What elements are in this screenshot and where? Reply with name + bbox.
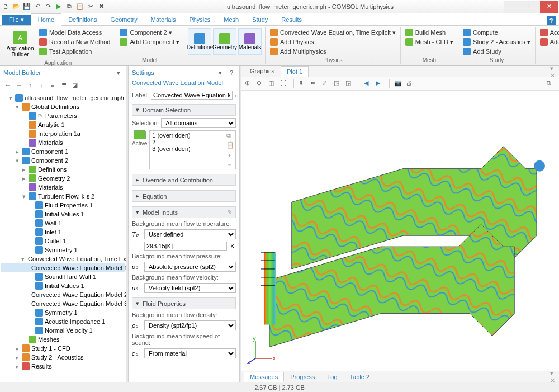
tab-graphics[interactable]: Graphics	[244, 65, 281, 77]
view-xy-icon[interactable]: ⬍	[299, 79, 307, 88]
close-button[interactable]: ✕	[540, 1, 558, 13]
add-multiphysics-button[interactable]: Add Multiphysics	[269, 47, 397, 56]
study2-button[interactable]: Study 2 - Acoustics ▾	[462, 37, 532, 46]
tab-physics[interactable]: Physics	[182, 14, 217, 25]
view-tool-icon[interactable]: ◲	[345, 79, 354, 88]
new-icon[interactable]: 🗋	[1, 2, 10, 11]
tree-node[interactable]: Initial Values 1	[1, 210, 125, 219]
view-default-icon[interactable]: ◳	[334, 79, 343, 88]
cwe-physics-button[interactable]: Convected Wave Equation, Time Explicit ▾	[269, 28, 397, 37]
selection-item[interactable]: 1 (overridden)	[152, 132, 233, 139]
tab-definitions[interactable]: Definitions	[61, 14, 103, 25]
tree-node[interactable]: Inlet 1	[1, 228, 125, 237]
cut-icon[interactable]: ✂	[86, 2, 95, 11]
zoom-extents-icon[interactable]: ⛶	[280, 79, 289, 88]
sel-copy-icon[interactable]: ⧉	[226, 132, 234, 140]
add-component-button[interactable]: Add Component ▾	[119, 37, 181, 46]
selection-list[interactable]: 1 (overridden) 2 3 (overridden) ⧉ 📋 ＋ －	[149, 130, 236, 169]
add-plotgroup-button[interactable]: Add Plot Group ▾	[539, 37, 559, 46]
tree-node[interactable]: ▸Results	[1, 362, 125, 371]
definitions-button[interactable]: Definitions	[188, 28, 211, 55]
label-input[interactable]	[151, 91, 233, 100]
copy-icon[interactable]: ⧉	[65, 2, 74, 11]
tree-node[interactable]: Convected Wave Equation Model 1	[1, 263, 125, 272]
label-action-icon[interactable]: ⌕	[235, 91, 239, 100]
down-icon[interactable]: ↓	[37, 81, 46, 89]
tab-geometry[interactable]: Geometry	[103, 14, 144, 25]
prev-icon[interactable]: ←	[3, 81, 12, 89]
model-tree[interactable]: ▾ultrasound_flow_meter_generic.mph▾Globa…	[0, 91, 126, 382]
delete-icon[interactable]: ✖	[97, 2, 106, 11]
sel-remove-icon[interactable]: －	[226, 160, 234, 168]
zoom-box-icon[interactable]: ◫	[268, 79, 277, 88]
tree-node[interactable]: Normal Velocity 1	[1, 326, 125, 335]
build-mesh-button[interactable]: Build Mesh	[404, 28, 454, 37]
T0-mode-select[interactable]: User defined	[144, 229, 236, 239]
collapse-icon[interactable]: ≣	[59, 81, 68, 89]
tab-materials[interactable]: Materials	[144, 14, 183, 25]
more-icon[interactable]: ⋯	[107, 2, 116, 11]
tree-node[interactable]: ▾Turbulent Flow, k-ε 2	[1, 192, 125, 201]
pin-icon[interactable]: ▾	[216, 68, 225, 77]
panel-menu-icon[interactable]: ▾	[114, 68, 123, 77]
tree-node[interactable]: Materials	[1, 138, 125, 147]
tree-node[interactable]: Analytic 1	[1, 120, 125, 129]
open-icon[interactable]: 📂	[12, 2, 21, 11]
u0-select[interactable]: Velocity field (spf2)	[144, 283, 236, 293]
tree-node[interactable]: PiParameters	[1, 111, 125, 120]
edit-icon[interactable]: ✎	[227, 209, 232, 216]
up-icon[interactable]: ↑	[26, 81, 35, 89]
tab-messages[interactable]: Messages	[244, 372, 284, 382]
maximize-button[interactable]: ☐	[522, 1, 540, 13]
tree-node[interactable]: Convected Wave Equation Model 3	[1, 299, 125, 308]
print-icon[interactable]: 🖨	[406, 79, 415, 88]
zoom-in-icon[interactable]: ⊕	[245, 79, 254, 88]
tree-node[interactable]: ▸Geometry 2	[1, 174, 125, 183]
c0-select[interactable]: From material	[144, 348, 236, 358]
tab-table2[interactable]: Table 2	[344, 372, 376, 382]
show-icon[interactable]: ◪	[70, 81, 79, 89]
model-inputs-header[interactable]: ▾Model Inputs✎	[132, 206, 236, 218]
tree-node[interactable]: ▸Study 2 - Acoustics	[1, 353, 125, 362]
tab-home[interactable]: Home	[31, 13, 61, 26]
test-application-button[interactable]: Test Application	[38, 47, 111, 56]
add-physics-button[interactable]: Add Physics	[269, 37, 397, 46]
tree-node[interactable]: Materials	[1, 183, 125, 192]
acoustic-pressure-button[interactable]: Acoustic Pressure ▾	[539, 28, 559, 37]
fluid-properties-header[interactable]: ▾Fluid Properties	[132, 297, 236, 309]
add-study-button[interactable]: Add Study	[462, 47, 532, 56]
tab-progress[interactable]: Progress	[284, 372, 321, 382]
next-icon[interactable]: →	[15, 81, 23, 89]
plot-canvas[interactable]: x y z	[241, 91, 559, 371]
record-method-button[interactable]: Record a New Method	[38, 37, 111, 46]
tab-study[interactable]: Study	[245, 14, 274, 25]
snapshot-icon[interactable]: 📷	[394, 79, 403, 88]
tree-node[interactable]: Symmetry 1	[1, 308, 125, 317]
tree-node[interactable]: ▾Component 2	[1, 156, 125, 165]
select-icon[interactable]: ◀	[364, 79, 373, 88]
tree-node[interactable]: Acoustic Impedance 1	[1, 317, 125, 326]
view-xz-icon[interactable]: ⤢	[322, 79, 331, 88]
help2-icon[interactable]: ?	[227, 68, 236, 77]
compute-button[interactable]: Compute	[462, 28, 532, 37]
paste-icon[interactable]: 📋	[75, 2, 84, 11]
view-yz-icon[interactable]: ⬌	[310, 79, 319, 88]
mesh-cfd-button[interactable]: Mesh - CFD ▾	[404, 37, 454, 46]
tree-node[interactable]: ▸Study 1 - CFD	[1, 344, 125, 353]
model-data-access-button[interactable]: Model Data Access	[38, 28, 111, 37]
expand-icon[interactable]: ≡	[48, 81, 57, 89]
application-builder-button[interactable]: AApplication Builder	[4, 28, 36, 59]
tab-plot1[interactable]: Plot 1	[281, 66, 309, 77]
selection-select[interactable]: All domains	[161, 118, 236, 128]
p0-select[interactable]: Absolute pressure (spf2)	[144, 262, 236, 272]
override-header[interactable]: ▸Override and Contribution	[132, 174, 236, 186]
tab-mesh[interactable]: Mesh	[217, 14, 245, 25]
geometry-button[interactable]: Geometry	[213, 28, 236, 55]
help-icon[interactable]: ?	[547, 16, 556, 25]
tree-node[interactable]: ▾Convected Wave Equation, Time Explicit	[1, 254, 125, 263]
tree-node[interactable]: Outlet 1	[1, 237, 125, 245]
tree-node[interactable]: ▾Global Definitions	[1, 102, 125, 111]
tree-node[interactable]: Fluid Properties 1	[1, 201, 125, 210]
tree-node[interactable]: Interpolation 1a	[1, 129, 125, 138]
tree-node[interactable]: ▸Definitions	[1, 165, 125, 174]
